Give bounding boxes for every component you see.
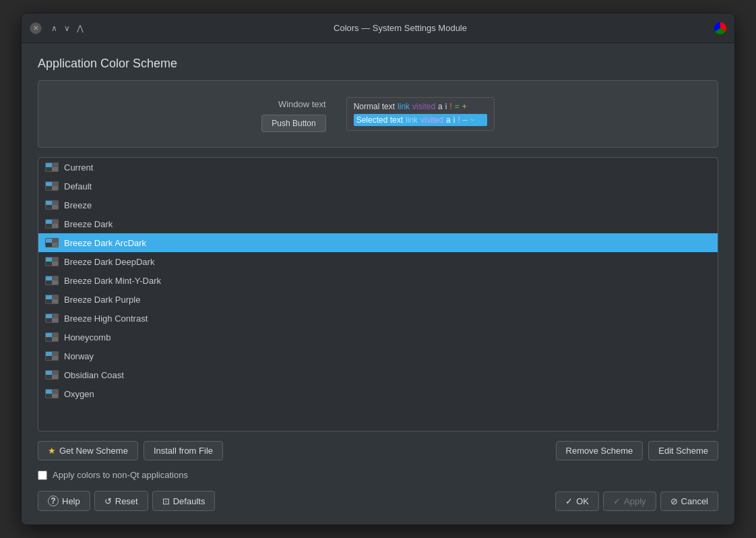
- edit-scheme-button[interactable]: Edit Scheme: [648, 441, 718, 460]
- apply-colors-checkbox[interactable]: [38, 471, 47, 480]
- scheme-icon-obsidian-coast: [45, 370, 59, 380]
- scheme-label-breeze-dark-purple: Breeze Dark Purple: [64, 295, 140, 305]
- reset-button[interactable]: ↺ Reset: [94, 491, 148, 511]
- window-text-label: Window text: [278, 99, 326, 109]
- nav-down-button[interactable]: ∨: [61, 22, 73, 34]
- main-window: ✕ ∧ ∨ ⋀ Colors — System Settings Module …: [21, 13, 735, 525]
- scheme-icon-honeycomb: [45, 332, 59, 342]
- selected-text-label: Selected text: [356, 115, 403, 125]
- remove-scheme-label: Remove Scheme: [566, 446, 633, 456]
- footer-right-buttons: ✓ OK ✓ Apply ⊘ Cancel: [555, 491, 718, 511]
- apply-check-icon: ✓: [613, 496, 621, 506]
- push-button[interactable]: Push Button: [261, 115, 325, 132]
- scheme-item-current[interactable]: Current: [38, 158, 718, 177]
- titlebar: ✕ ∧ ∨ ⋀ Colors — System Settings Module: [22, 13, 734, 43]
- normal-plus: +: [462, 102, 467, 111]
- defaults-button[interactable]: ⊡ Defaults: [152, 491, 216, 511]
- selected-visited[interactable]: visited: [420, 115, 443, 125]
- selected-i: i: [453, 115, 455, 125]
- cancel-label: Cancel: [681, 496, 708, 506]
- selected-link[interactable]: link: [406, 115, 418, 125]
- page-title: Application Color Scheme: [38, 57, 718, 71]
- scheme-label-honeycomb: Honeycomb: [64, 332, 111, 342]
- get-new-scheme-button[interactable]: ★ Get New Scheme: [38, 441, 138, 460]
- scheme-label-breeze-high-contrast: Breeze High Contrast: [64, 313, 148, 324]
- scheme-label-breeze-dark-mint-y-dark: Breeze Dark Mint-Y-Dark: [64, 276, 161, 286]
- scheme-icon-breeze-dark: [45, 219, 59, 229]
- defaults-label: Defaults: [173, 496, 206, 506]
- footer-left-buttons: ? Help ↺ Reset ⊡ Defaults: [38, 491, 215, 511]
- scheme-item-oxygen[interactable]: Oxygen: [38, 384, 718, 403]
- cancel-icon: ⊘: [670, 496, 678, 506]
- scheme-label-obsidian-coast: Obsidian Coast: [64, 370, 124, 380]
- preview-box: Window text Push Button Normal text link…: [38, 80, 718, 148]
- scheme-item-breeze-high-contrast[interactable]: Breeze High Contrast: [38, 309, 718, 328]
- scheme-icon-current: [45, 162, 59, 172]
- scheme-item-honeycomb[interactable]: Honeycomb: [38, 328, 718, 347]
- scheme-list-container: CurrentDefaultBreezeBreeze DarkBreeze Da…: [38, 157, 718, 431]
- scheme-icon-breeze: [45, 200, 59, 210]
- apply-label: Apply: [624, 496, 646, 506]
- selected-exclaim: !: [458, 115, 460, 125]
- ok-check-icon: ✓: [565, 496, 573, 506]
- selected-a: a: [446, 115, 451, 125]
- help-icon: ?: [48, 496, 59, 506]
- scheme-item-breeze-dark-deepdark[interactable]: Breeze Dark DeepDark: [38, 252, 718, 271]
- content-area: Application Color Scheme Window text Pus…: [22, 43, 734, 525]
- normal-text-label: Normal text: [354, 102, 395, 111]
- scheme-label-norway: Norway: [64, 351, 94, 361]
- scheme-item-default[interactable]: Default: [38, 177, 718, 196]
- scheme-item-breeze-dark[interactable]: Breeze Dark: [38, 214, 718, 233]
- ok-label: OK: [576, 496, 589, 506]
- nav-up-button[interactable]: ∧: [49, 22, 60, 34]
- scheme-action-buttons: ★ Get New Scheme Install from File Remov…: [38, 441, 718, 460]
- selected-text-row: Selected text link visited a i ! – ~: [354, 114, 487, 126]
- normal-exclaim: !: [449, 102, 451, 111]
- footer-buttons: ? Help ↺ Reset ⊡ Defaults ✓ OK ✓: [38, 489, 718, 511]
- normal-i: i: [445, 102, 447, 111]
- scheme-icon-norway: [45, 351, 59, 361]
- normal-link[interactable]: link: [398, 102, 410, 111]
- selected-squiggle: ~: [470, 115, 474, 125]
- normal-a: a: [438, 102, 443, 111]
- defaults-icon: ⊡: [162, 496, 170, 506]
- reset-label: Reset: [115, 496, 138, 506]
- scheme-icon-default: [45, 181, 59, 191]
- nav-top-button[interactable]: ⋀: [74, 22, 86, 34]
- cancel-button[interactable]: ⊘ Cancel: [660, 491, 718, 511]
- scheme-label-oxygen: Oxygen: [64, 389, 94, 399]
- selected-dash: –: [463, 115, 468, 125]
- scheme-list[interactable]: CurrentDefaultBreezeBreeze DarkBreeze Da…: [38, 158, 718, 431]
- ok-button[interactable]: ✓ OK: [555, 491, 599, 511]
- scheme-item-obsidian-coast[interactable]: Obsidian Coast: [38, 365, 718, 384]
- close-button[interactable]: ✕: [30, 22, 42, 34]
- window-icon: [714, 22, 726, 34]
- scheme-label-current: Current: [64, 162, 93, 173]
- scheme-label-breeze-dark-arcdark: Breeze Dark ArcDark: [64, 238, 146, 248]
- apply-button[interactable]: ✓ Apply: [603, 491, 656, 511]
- install-from-file-button[interactable]: Install from File: [144, 441, 223, 460]
- install-from-file-label: Install from File: [154, 446, 213, 456]
- scheme-item-breeze-dark-purple[interactable]: Breeze Dark Purple: [38, 290, 718, 309]
- normal-visited[interactable]: visited: [412, 102, 435, 111]
- normal-equals: =: [455, 102, 460, 111]
- apply-colors-row: Apply colors to non-Qt applications: [38, 470, 718, 480]
- scheme-item-norway[interactable]: Norway: [38, 347, 718, 365]
- scheme-item-breeze-dark-mint-y-dark[interactable]: Breeze Dark Mint-Y-Dark: [38, 271, 718, 290]
- reset-icon: ↺: [104, 496, 112, 506]
- help-label: Help: [62, 496, 80, 506]
- scheme-item-breeze-dark-arcdark[interactable]: Breeze Dark ArcDark: [38, 233, 718, 252]
- preview-text-area: Normal text link visited a i ! = + Selec…: [346, 97, 495, 131]
- star-icon: ★: [48, 446, 56, 456]
- apply-colors-label[interactable]: Apply colors to non-Qt applications: [53, 470, 188, 480]
- nav-buttons: ∧ ∨ ⋀: [49, 22, 86, 34]
- scheme-icon-breeze-high-contrast: [45, 313, 59, 323]
- scheme-label-default: Default: [64, 181, 92, 191]
- help-button[interactable]: ? Help: [38, 491, 90, 511]
- get-new-scheme-label: Get New Scheme: [59, 446, 128, 456]
- titlebar-controls: ✕ ∧ ∨ ⋀: [30, 22, 86, 34]
- scheme-item-breeze[interactable]: Breeze: [38, 196, 718, 214]
- scheme-icon-breeze-dark-mint-y-dark: [45, 276, 59, 285]
- scheme-label-breeze-dark-deepdark: Breeze Dark DeepDark: [64, 257, 154, 267]
- remove-scheme-button[interactable]: Remove Scheme: [556, 441, 643, 460]
